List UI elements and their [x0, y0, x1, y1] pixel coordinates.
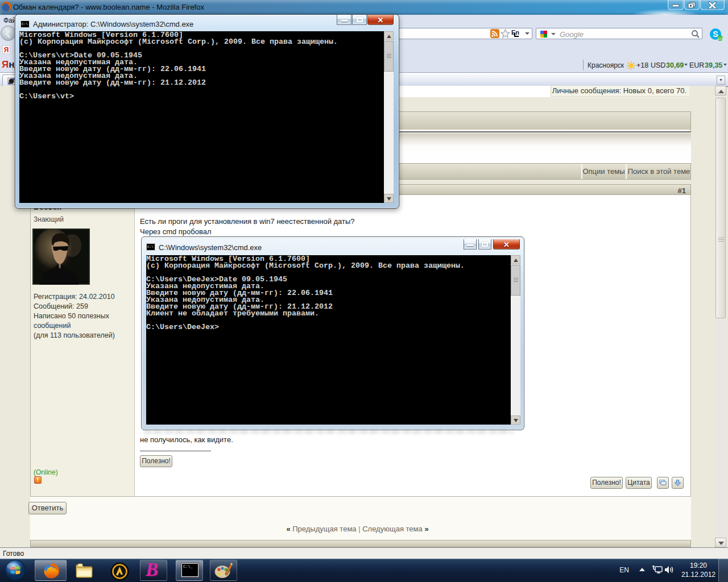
svg-text:123: 123: [717, 37, 723, 40]
